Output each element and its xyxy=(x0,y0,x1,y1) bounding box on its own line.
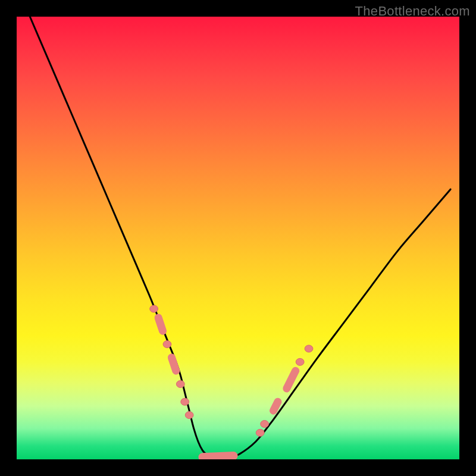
data-marker-capsule xyxy=(171,358,176,371)
watermark-text: TheBottleneck.com xyxy=(355,4,470,19)
data-marker-capsule xyxy=(202,456,233,457)
data-marker xyxy=(296,358,304,365)
data-marker-capsule xyxy=(287,371,296,389)
bottleneck-curve xyxy=(30,17,450,459)
data-marker xyxy=(261,420,269,427)
data-marker xyxy=(150,305,158,312)
data-marker xyxy=(163,341,171,348)
data-marker xyxy=(185,412,193,419)
data-marker xyxy=(181,398,189,405)
data-marker-capsule xyxy=(158,318,162,331)
plot-area xyxy=(17,17,459,459)
data-marker xyxy=(176,381,184,388)
data-marker-capsule xyxy=(274,402,278,411)
chart-frame: TheBottleneck.com xyxy=(0,0,476,476)
curve-layer xyxy=(17,17,459,459)
data-marker xyxy=(305,345,313,352)
data-marker xyxy=(256,429,264,436)
